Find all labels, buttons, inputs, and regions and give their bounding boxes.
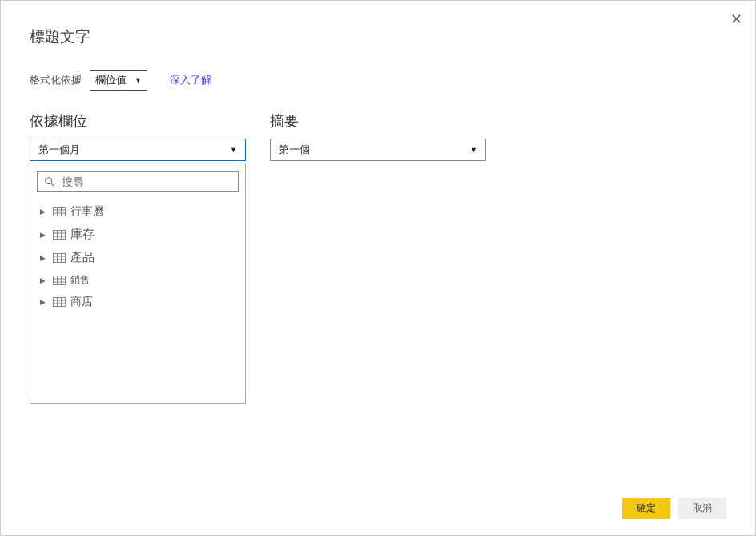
tree-item-sales[interactable]: ▶ 銷售 [37, 269, 239, 291]
search-input[interactable] [62, 175, 231, 188]
tree-item-inventory[interactable]: ▶ 庫存 [37, 223, 239, 246]
chevron-right-icon: ▶ [40, 298, 48, 306]
table-icon [53, 207, 66, 216]
dialog-container: 標題文字 格式化依據 欄位值 ▼ 深入了解 依據欄位 第一個月 ▼ [1, 1, 755, 535]
svg-rect-7 [54, 230, 66, 239]
search-icon [44, 176, 55, 187]
format-by-select[interactable]: 欄位值 ▼ [90, 70, 147, 91]
summary-selected: 第一個 [279, 143, 310, 157]
svg-rect-22 [54, 298, 66, 307]
chevron-right-icon: ▶ [40, 254, 48, 262]
chevron-right-icon: ▶ [40, 231, 48, 239]
summary-dropdown[interactable]: 第一個 ▼ [270, 139, 486, 161]
svg-point-0 [46, 178, 52, 184]
tree-item-calendar[interactable]: ▶ 行事曆 [37, 200, 239, 223]
ok-button[interactable]: 確定 [622, 498, 670, 519]
learn-more-link[interactable]: 深入了解 [170, 73, 211, 87]
table-icon [53, 276, 66, 285]
field-picker-panel: ▶ 行事曆 ▶ 庫存 ▶ 產品 ▶ 銷售 [30, 163, 246, 404]
close-icon: ✕ [730, 11, 742, 27]
chevron-down-icon: ▼ [135, 76, 142, 84]
chevron-down-icon: ▼ [230, 146, 237, 154]
based-on-dropdown[interactable]: 第一個月 ▼ [30, 139, 246, 161]
footer: 確定 取消 [30, 488, 726, 519]
tree-item-label: 商店 [70, 295, 93, 309]
format-by-value: 欄位值 [95, 73, 127, 87]
tree-item-label: 行事曆 [70, 204, 104, 219]
format-row: 格式化依據 欄位值 ▼ 深入了解 [30, 70, 726, 91]
svg-rect-17 [54, 276, 66, 284]
svg-line-1 [51, 183, 54, 187]
table-icon [53, 230, 66, 240]
table-icon [53, 253, 66, 263]
format-by-label: 格式化依據 [30, 73, 82, 87]
chevron-right-icon: ▶ [40, 276, 48, 284]
tree-item-label: 庫存 [70, 227, 94, 242]
svg-rect-2 [54, 208, 66, 216]
svg-rect-12 [54, 253, 66, 262]
summary-label: 摘要 [270, 111, 486, 131]
search-box[interactable] [37, 171, 239, 192]
tree-item-label: 產品 [70, 250, 94, 265]
based-on-label: 依據欄位 [30, 111, 246, 131]
tree-item-product[interactable]: ▶ 產品 [37, 246, 239, 269]
based-on-column: 依據欄位 第一個月 ▼ ▶ 行事曆 [30, 111, 246, 404]
based-on-selected: 第一個月 [38, 143, 80, 157]
table-icon [53, 297, 66, 307]
close-button[interactable]: ✕ [727, 7, 746, 31]
summary-column: 摘要 第一個 ▼ [270, 111, 486, 404]
dialog-title: 標題文字 [30, 26, 726, 47]
cancel-button[interactable]: 取消 [678, 498, 726, 519]
tree-item-label: 銷售 [70, 273, 90, 287]
tree-item-store[interactable]: ▶ 商店 [37, 291, 239, 313]
columns: 依據欄位 第一個月 ▼ ▶ 行事曆 [30, 111, 726, 404]
chevron-down-icon: ▼ [470, 146, 477, 154]
chevron-right-icon: ▶ [40, 208, 48, 216]
